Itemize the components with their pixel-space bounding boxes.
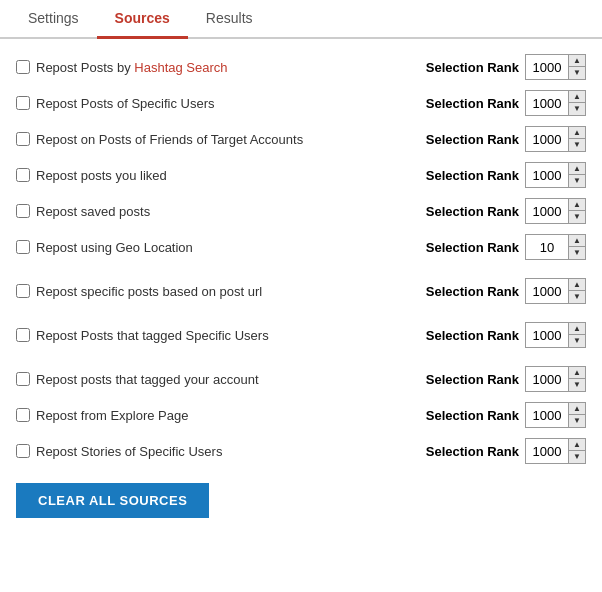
spinner-input-geo[interactable] xyxy=(526,235,568,259)
spinner-up-saved[interactable]: ▲ xyxy=(569,199,585,211)
rank-label-saved: Selection Rank xyxy=(426,204,519,219)
checkbox-saved[interactable] xyxy=(16,204,30,218)
spinner-up-stories[interactable]: ▲ xyxy=(569,439,585,451)
spinner-input-saved[interactable] xyxy=(526,199,568,223)
spinner-specific-users: ▲▼ xyxy=(525,90,586,116)
spinner-down-stories[interactable]: ▼ xyxy=(569,451,585,463)
spinner-liked: ▲▼ xyxy=(525,162,586,188)
source-row-explore: Repost from Explore PageSelection Rank▲▼ xyxy=(16,397,586,433)
source-label-tagged-account: Repost posts that tagged your account xyxy=(36,372,420,387)
spinner-up-post-url[interactable]: ▲ xyxy=(569,279,585,291)
rank-label-stories: Selection Rank xyxy=(426,444,519,459)
source-row-saved: Repost saved postsSelection Rank▲▼ xyxy=(16,193,586,229)
source-label-liked: Repost posts you liked xyxy=(36,168,420,183)
spinner-down-saved[interactable]: ▼ xyxy=(569,211,585,223)
spinner-up-tagged-users[interactable]: ▲ xyxy=(569,323,585,335)
spinner-down-specific-users[interactable]: ▼ xyxy=(569,103,585,115)
checkbox-explore[interactable] xyxy=(16,408,30,422)
rank-label-specific-users: Selection Rank xyxy=(426,96,519,111)
checkbox-stories[interactable] xyxy=(16,444,30,458)
spinner-input-hashtag[interactable] xyxy=(526,55,568,79)
sources-panel: Repost Posts by Hashtag SearchSelection … xyxy=(0,39,602,534)
source-row-tagged-account: Repost posts that tagged your accountSel… xyxy=(16,361,586,397)
rank-label-explore: Selection Rank xyxy=(426,408,519,423)
rank-label-geo: Selection Rank xyxy=(426,240,519,255)
checkbox-post-url[interactable] xyxy=(16,284,30,298)
spinner-down-hashtag[interactable]: ▼ xyxy=(569,67,585,79)
checkbox-liked[interactable] xyxy=(16,168,30,182)
spinner-down-tagged-users[interactable]: ▼ xyxy=(569,335,585,347)
rank-label-tagged-users: Selection Rank xyxy=(426,328,519,343)
rank-label-hashtag: Selection Rank xyxy=(426,60,519,75)
rank-label-post-url: Selection Rank xyxy=(426,284,519,299)
checkbox-specific-users[interactable] xyxy=(16,96,30,110)
source-row-hashtag: Repost Posts by Hashtag SearchSelection … xyxy=(16,49,586,85)
spinner-explore: ▲▼ xyxy=(525,402,586,428)
spinner-geo: ▲▼ xyxy=(525,234,586,260)
spinner-input-explore[interactable] xyxy=(526,403,568,427)
source-label-saved: Repost saved posts xyxy=(36,204,420,219)
spacer xyxy=(16,353,586,361)
tab-settings[interactable]: Settings xyxy=(10,0,97,39)
tab-results[interactable]: Results xyxy=(188,0,271,39)
clear-all-sources-button[interactable]: CLEAR ALL SOURCES xyxy=(16,483,209,518)
spinner-up-specific-users[interactable]: ▲ xyxy=(569,91,585,103)
source-row-post-url: Repost specific posts based on post urlS… xyxy=(16,273,586,309)
checkbox-friends-target[interactable] xyxy=(16,132,30,146)
spinner-up-friends-target[interactable]: ▲ xyxy=(569,127,585,139)
source-label-tagged-users: Repost Posts that tagged Specific Users xyxy=(36,328,420,343)
source-label-stories: Repost Stories of Specific Users xyxy=(36,444,420,459)
rank-label-liked: Selection Rank xyxy=(426,168,519,183)
source-row-specific-users: Repost Posts of Specific UsersSelection … xyxy=(16,85,586,121)
spinner-up-geo[interactable]: ▲ xyxy=(569,235,585,247)
spinner-down-post-url[interactable]: ▼ xyxy=(569,291,585,303)
source-label-hashtag: Repost Posts by Hashtag Search xyxy=(36,60,420,75)
source-row-stories: Repost Stories of Specific UsersSelectio… xyxy=(16,433,586,469)
spinner-post-url: ▲▼ xyxy=(525,278,586,304)
source-link-hashtag[interactable]: Hashtag Search xyxy=(134,60,227,75)
spinner-down-tagged-account[interactable]: ▼ xyxy=(569,379,585,391)
tab-sources[interactable]: Sources xyxy=(97,0,188,39)
spinner-tagged-users: ▲▼ xyxy=(525,322,586,348)
spinner-stories: ▲▼ xyxy=(525,438,586,464)
spinner-input-liked[interactable] xyxy=(526,163,568,187)
spinner-input-tagged-account[interactable] xyxy=(526,367,568,391)
spinner-up-liked[interactable]: ▲ xyxy=(569,163,585,175)
source-label-explore: Repost from Explore Page xyxy=(36,408,420,423)
source-row-geo: Repost using Geo LocationSelection Rank▲… xyxy=(16,229,586,265)
source-row-tagged-users: Repost Posts that tagged Specific UsersS… xyxy=(16,317,586,353)
spinner-input-post-url[interactable] xyxy=(526,279,568,303)
spinner-friends-target: ▲▼ xyxy=(525,126,586,152)
rank-label-tagged-account: Selection Rank xyxy=(426,372,519,387)
source-label-post-url: Repost specific posts based on post url xyxy=(36,284,420,299)
checkbox-hashtag[interactable] xyxy=(16,60,30,74)
spinner-input-specific-users[interactable] xyxy=(526,91,568,115)
source-label-friends-target: Repost on Posts of Friends of Target Acc… xyxy=(36,132,420,147)
spacer xyxy=(16,309,586,317)
rank-label-friends-target: Selection Rank xyxy=(426,132,519,147)
source-label-geo: Repost using Geo Location xyxy=(36,240,420,255)
spinner-down-geo[interactable]: ▼ xyxy=(569,247,585,259)
spinner-down-liked[interactable]: ▼ xyxy=(569,175,585,187)
spinner-input-stories[interactable] xyxy=(526,439,568,463)
checkbox-tagged-users[interactable] xyxy=(16,328,30,342)
spacer xyxy=(16,265,586,273)
spinner-tagged-account: ▲▼ xyxy=(525,366,586,392)
checkbox-tagged-account[interactable] xyxy=(16,372,30,386)
spinner-up-hashtag[interactable]: ▲ xyxy=(569,55,585,67)
spinner-down-friends-target[interactable]: ▼ xyxy=(569,139,585,151)
spinner-hashtag: ▲▼ xyxy=(525,54,586,80)
checkbox-geo[interactable] xyxy=(16,240,30,254)
spinner-down-explore[interactable]: ▼ xyxy=(569,415,585,427)
spinner-up-tagged-account[interactable]: ▲ xyxy=(569,367,585,379)
tab-bar: Settings Sources Results xyxy=(0,0,602,39)
source-row-friends-target: Repost on Posts of Friends of Target Acc… xyxy=(16,121,586,157)
spinner-saved: ▲▼ xyxy=(525,198,586,224)
source-label-specific-users: Repost Posts of Specific Users xyxy=(36,96,420,111)
spinner-input-friends-target[interactable] xyxy=(526,127,568,151)
source-row-liked: Repost posts you likedSelection Rank▲▼ xyxy=(16,157,586,193)
spinner-up-explore[interactable]: ▲ xyxy=(569,403,585,415)
spinner-input-tagged-users[interactable] xyxy=(526,323,568,347)
